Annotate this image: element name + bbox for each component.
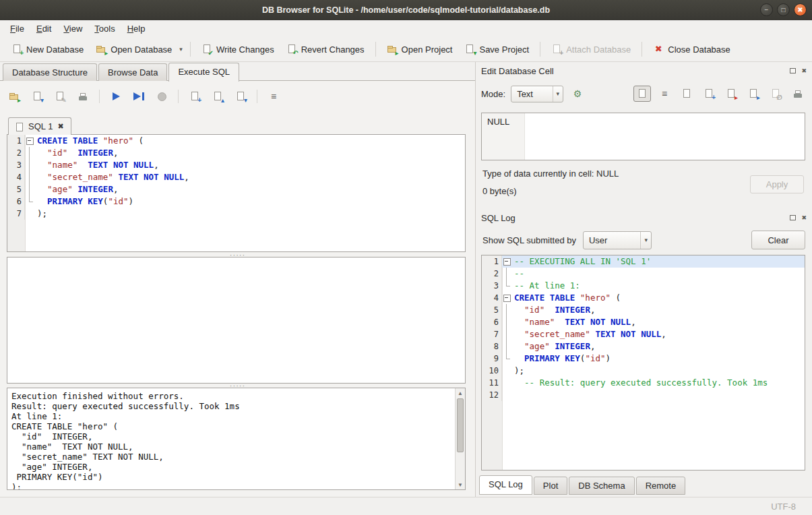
code-line: 7 "secret_name" TEXT NOT NULL, [482,328,805,340]
maximize-button[interactable]: □ [777,3,790,16]
new-database-button[interactable]: + New Database [5,40,90,58]
text-mode-button[interactable] [633,86,651,102]
stop-execution-button[interactable] [153,88,170,104]
code-text: "secret_name" TEXT NOT NULL, [511,328,805,340]
import-cell-button[interactable]: ▸ [722,86,740,102]
clear-log-button[interactable]: Clear [751,231,805,249]
encoding-indicator[interactable]: UTF-8 [771,502,796,512]
menu-view[interactable]: View [57,22,88,36]
fold-marker [502,328,511,340]
auto-apply-button[interactable]: ⚙ [569,86,586,102]
execution-results-pane[interactable]: Execution finished without errors. Resul… [7,388,466,490]
cell-edit-icons: ≡ + ▸ ▸ ∅ [633,86,807,102]
line-number: 5 [482,304,502,316]
save-sql-file-as-icon: ✎ [55,91,65,102]
right-panel: Edit Database Cell ✖ Mode: Text ▾ ⚙ ≡ [475,62,812,497]
fold-marker [502,280,511,292]
mode-combobox[interactable]: Text ▾ [511,86,563,102]
code-text: "id" INTEGER, [511,304,805,316]
open-database-dropdown[interactable]: ▾ [178,42,185,56]
sql-doc-tab[interactable]: SQL 1 ✖ [8,117,71,135]
execute-current-line-button[interactable] [130,88,148,104]
fold-marker[interactable] [502,255,511,268]
fold-marker[interactable] [25,135,34,147]
close-tab-icon[interactable]: ✖ [57,122,63,131]
format-sql-button[interactable]: ≡ [265,88,282,104]
revert-changes-button[interactable]: ↶ Revert Changes [280,40,371,58]
fold-marker [25,195,34,208]
dock-controls: ✖ [790,67,807,74]
splitter-handle[interactable] [0,383,475,388]
code-line: 1CREATE TABLE "hero" ( [7,135,465,147]
copy-cell-button[interactable]: + [700,86,718,102]
open-sql-new-tab-button[interactable]: + [186,88,204,104]
code-line: 12 [482,389,805,401]
open-database-button[interactable]: ▸ Open Database [90,40,178,58]
close-button[interactable]: ✖ [794,3,807,16]
line-number: 3 [482,280,502,292]
menu-tools[interactable]: Tools [88,22,121,36]
mode-value: Text [517,89,533,99]
execute-all-button[interactable] [107,88,125,104]
minimize-button[interactable]: − [760,3,773,16]
chevron-down-icon: ▾ [553,86,563,102]
menu-file[interactable]: File [4,22,30,36]
submitted-by-combobox[interactable]: User ▾ [583,231,652,249]
apply-button[interactable]: Apply [750,175,804,193]
menu-edit[interactable]: Edit [30,22,57,36]
line-number: 7 [482,328,502,340]
close-database-button[interactable]: ✖ Close Database [647,40,737,58]
scrollbar-thumb[interactable] [457,398,464,452]
float-dock-icon[interactable] [790,215,796,220]
code-line: 6 PRIMARY KEY("id") [7,195,465,208]
save-sql-file-button[interactable]: ▾ [28,88,46,104]
menu-help[interactable]: Help [121,22,152,36]
open-in-editor-button[interactable] [678,86,695,102]
import-sql-button[interactable]: ▴ [209,88,226,104]
word-wrap-button[interactable]: ≡ [656,86,673,102]
scroll-down-arrow[interactable]: ▼ [456,480,465,489]
code-text: CREATE TABLE "hero" ( [511,292,805,304]
fold-marker[interactable] [502,292,511,304]
import-sql-icon: ▴ [212,91,223,102]
scroll-up-arrow[interactable]: ▲ [456,388,465,398]
sql-editor[interactable]: 1CREATE TABLE "hero" (2 "id" INTEGER,3 "… [7,134,466,252]
cell-value-editor[interactable]: NULL [481,113,805,160]
close-dock-icon[interactable]: ✖ [801,214,807,221]
tab-sql-log[interactable]: SQL Log [479,475,532,495]
tab-plot[interactable]: Plot [534,477,567,495]
write-changes-icon: ✔ [201,44,212,55]
save-sql-file-as-button[interactable]: ✎ [51,88,69,104]
gear-icon: ⚙ [573,88,582,99]
export-sql-button[interactable]: ▾ [232,88,249,104]
tab-browse-data[interactable]: Browse Data [98,63,167,81]
code-text: PRIMARY KEY("id") [34,195,465,208]
attach-database-button[interactable]: + Attach Database [545,40,637,58]
save-project-button[interactable]: ▾ Save Project [458,40,535,58]
code-text: ); [34,208,465,220]
line-number: 6 [7,195,25,208]
print-cell-button[interactable] [789,86,807,102]
open-sql-file-button[interactable]: ▸ [5,88,23,104]
print-sql-button[interactable] [74,88,92,104]
code-line: 3 "name" TEXT NOT NULL, [7,159,465,171]
close-database-label: Close Database [668,44,730,55]
tab-execute-sql[interactable]: Execute SQL [168,63,239,82]
float-dock-icon[interactable] [790,68,796,73]
open-project-button[interactable]: ▸ Open Project [381,40,459,58]
export-cell-button[interactable]: ▸ [745,86,762,102]
tab-db-schema[interactable]: DB Schema [569,477,634,495]
tab-remote[interactable]: Remote [636,477,686,495]
code-text: -- EXECUTING ALL IN 'SQL 1' [511,255,805,268]
tab-database-structure[interactable]: Database Structure [3,63,97,81]
set-null-button[interactable]: ∅ [767,86,784,102]
toolbar-separator [540,42,540,57]
splitter-handle[interactable] [0,252,475,257]
vertical-scrollbar[interactable]: ▲ ▼ [455,388,465,489]
sql-log-view[interactable]: 1-- EXECUTING ALL IN 'SQL 1'2--3-- At li… [481,255,805,471]
query-results-grid[interactable] [7,257,466,384]
dock-controls: ✖ [790,214,807,221]
close-dock-icon[interactable]: ✖ [801,67,807,74]
write-changes-button[interactable]: ✔ Write Changes [195,40,280,58]
fold-gutter [502,389,511,401]
